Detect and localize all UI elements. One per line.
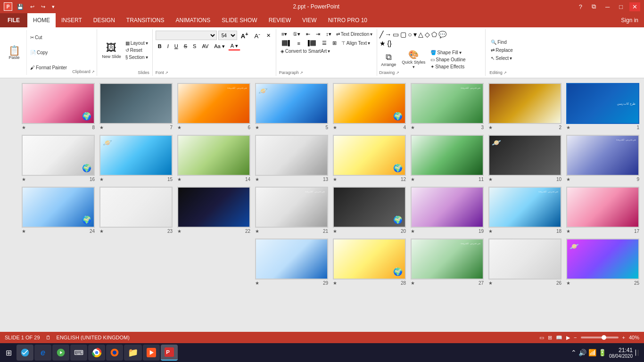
paste-btn[interactable]: 📋 Paste: [4, 45, 25, 61]
diamond-shape[interactable]: ◇: [424, 30, 430, 39]
slide-thumb-14[interactable]: [177, 135, 250, 176]
slide-thumb-21[interactable]: نص تجريبي للشريحة: [255, 187, 328, 228]
slide-thumb-9[interactable]: نص تجريبي للشريحة: [566, 135, 639, 176]
decrease-indent-btn[interactable]: ⇤: [304, 30, 313, 38]
taskbar-firefox[interactable]: [106, 345, 123, 361]
justify-btn[interactable]: ☰: [320, 39, 329, 47]
sign-in-btn[interactable]: Sign in: [615, 13, 644, 27]
slide-star-5[interactable]: ★: [255, 125, 259, 130]
slide-star-4[interactable]: ★: [333, 125, 337, 130]
font-name-select[interactable]: [156, 31, 217, 40]
slide-item-15[interactable]: 🪐★15: [99, 135, 173, 182]
clear-format-btn[interactable]: ✕: [264, 32, 273, 40]
taskbar-ie[interactable]: e: [34, 345, 51, 361]
rounded-rect-shape[interactable]: ▢: [400, 30, 407, 39]
review-tab[interactable]: REVIEW: [263, 13, 297, 27]
animations-tab[interactable]: ANIMATIONS: [170, 13, 216, 27]
zoom-slider[interactable]: [581, 337, 619, 338]
normal-view-btn[interactable]: ▭: [539, 335, 544, 341]
taskbar-powerpoint[interactable]: P: [161, 345, 178, 361]
slide-item-18[interactable]: نص تجريبي للشريحة★18: [488, 187, 561, 234]
slide-thumb-26[interactable]: [488, 239, 561, 280]
replace-btn[interactable]: ⇄ Replace: [489, 47, 524, 53]
change-case-btn[interactable]: Aa ▾: [212, 42, 227, 50]
slide-item-2[interactable]: ★2: [488, 83, 561, 130]
bold-btn[interactable]: B: [156, 42, 164, 50]
char-spacing-btn[interactable]: AV: [199, 42, 211, 50]
underline-btn[interactable]: U: [172, 42, 181, 50]
slide-star-2[interactable]: ★: [488, 125, 493, 130]
slide-star-18[interactable]: ★: [488, 229, 493, 234]
bracket-shape[interactable]: {}: [387, 39, 392, 48]
reset-btn[interactable]: ↺ Reset: [124, 47, 149, 53]
slide-star-8[interactable]: ★: [22, 125, 26, 130]
home-tab[interactable]: HOME: [27, 13, 56, 27]
slide-thumb-29[interactable]: [255, 239, 328, 280]
restore-btn[interactable]: ⧉: [589, 2, 599, 11]
find-btn[interactable]: 🔍 Find: [489, 39, 524, 45]
slide-thumb-20[interactable]: 🌍: [333, 187, 406, 228]
file-menu-btn[interactable]: FILE: [0, 13, 27, 27]
slide-star-23[interactable]: ★: [99, 229, 104, 234]
slide-star-17[interactable]: ★: [566, 229, 570, 234]
slide-thumb-18[interactable]: نص تجريبي للشريحة: [488, 187, 561, 228]
select-btn[interactable]: ↖ Select ▾: [489, 55, 524, 61]
italic-btn[interactable]: I: [165, 42, 171, 50]
star-shape[interactable]: ★: [379, 39, 386, 48]
slide-star-16[interactable]: ★: [22, 177, 26, 182]
slide-item-22[interactable]: ★22: [177, 187, 250, 234]
slide-item-19[interactable]: ★19: [411, 187, 484, 234]
undo-quick-btn[interactable]: ↩: [28, 3, 36, 11]
slide-thumb-2[interactable]: [488, 83, 561, 124]
slide-item-8[interactable]: 🌍★8: [22, 83, 95, 130]
reading-view-btn[interactable]: 📖: [556, 335, 562, 341]
slide-thumb-19[interactable]: [411, 187, 484, 228]
line-shape[interactable]: ╱: [379, 30, 384, 39]
decrease-font-btn[interactable]: A-: [252, 30, 262, 41]
slide-thumb-24[interactable]: 🌍: [22, 187, 95, 228]
slide-star-6[interactable]: ★: [177, 125, 182, 130]
insert-tab[interactable]: INSERT: [56, 13, 88, 27]
slide-thumb-3[interactable]: نص تجريبي للشريحة: [411, 83, 484, 124]
slide-item-4[interactable]: 🌍★4: [333, 83, 406, 130]
bullets-btn[interactable]: ≡▾: [279, 30, 289, 38]
taskbar-media2[interactable]: [143, 345, 160, 361]
nitro-tab[interactable]: NITRO PRO 10: [322, 13, 373, 27]
slide-thumb-1[interactable]: طرح کاب زمین: [566, 83, 639, 124]
slideshow-tab[interactable]: SLIDE SHOW: [216, 13, 263, 27]
taskbar-chrome[interactable]: [88, 345, 105, 361]
increase-font-btn[interactable]: A+: [239, 30, 251, 41]
slide-item-27[interactable]: نص تجريبي للشريحة★27: [411, 239, 484, 286]
slide-star-1[interactable]: ★: [566, 125, 570, 130]
zoom-out-btn[interactable]: −: [574, 335, 577, 340]
redo-quick-btn[interactable]: ↪: [39, 3, 47, 11]
slide-thumb-15[interactable]: 🪐: [99, 135, 173, 176]
slide-thumb-23[interactable]: [99, 187, 173, 228]
align-center-btn[interactable]: ≡: [295, 40, 303, 47]
slide-item-10[interactable]: 🪐★10: [488, 135, 561, 182]
slide-item-28[interactable]: 🌍★28: [333, 239, 406, 286]
slide-item-26[interactable]: ★26: [488, 239, 561, 286]
slideshow-btn[interactable]: ▶: [566, 335, 570, 341]
slide-star-13[interactable]: ★: [255, 177, 259, 182]
align-right-btn[interactable]: ▐⬛: [304, 39, 319, 47]
slide-item-25[interactable]: 🪐★25: [566, 239, 639, 286]
slide-thumb-25[interactable]: 🪐: [566, 239, 639, 280]
section-btn[interactable]: § Section ▾: [124, 54, 149, 60]
slide-item-3[interactable]: نص تجريبي للشريحة★3: [411, 83, 484, 130]
pentagon-shape[interactable]: ⬠: [431, 30, 438, 39]
slide-item-21[interactable]: نص تجريبي للشريحة★21: [255, 187, 328, 234]
slide-star-15[interactable]: ★: [99, 177, 104, 182]
slide-star-20[interactable]: ★: [333, 229, 337, 234]
slide-item-20[interactable]: 🌍★20: [333, 187, 406, 234]
slide-star-22[interactable]: ★: [177, 229, 182, 234]
font-color-btn[interactable]: A ▾: [228, 42, 240, 50]
zoom-in-btn[interactable]: +: [622, 335, 625, 340]
font-size-select[interactable]: 54: [218, 31, 237, 40]
slide-star-29[interactable]: ★: [255, 280, 259, 286]
quick-styles-btn[interactable]: 🎨 Quick Styles ▾: [400, 49, 427, 70]
slide-item-16[interactable]: 🌍★16: [22, 135, 95, 182]
taskbar-media[interactable]: [52, 345, 69, 361]
text-shadow-btn[interactable]: S: [190, 42, 198, 50]
slide-thumb-13[interactable]: [255, 135, 328, 176]
